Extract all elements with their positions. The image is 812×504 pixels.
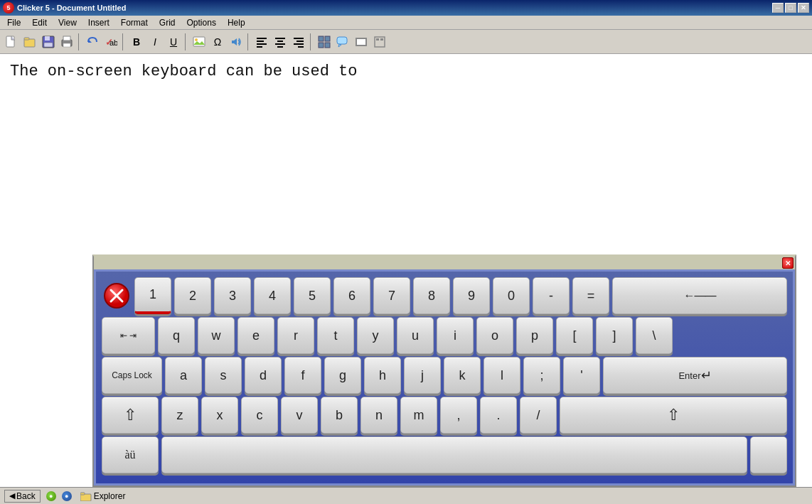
key-h[interactable]: h xyxy=(364,357,401,394)
menu-view[interactable]: View xyxy=(53,16,82,29)
key-a[interactable]: a xyxy=(165,357,202,394)
explorer-item[interactable]: Explorer xyxy=(80,491,126,501)
key-0[interactable]: 0 xyxy=(493,277,530,314)
keyboard-panel: ✕ 1 2 3 4 5 6 7 8 9 0 - = ←—— xyxy=(92,254,796,487)
key-m[interactable]: m xyxy=(400,397,437,434)
key-i[interactable]: i xyxy=(437,317,474,354)
open-button[interactable] xyxy=(21,33,38,50)
symbol-button[interactable]: Ω xyxy=(209,33,226,50)
menu-file[interactable]: File xyxy=(1,16,26,29)
key-s[interactable]: s xyxy=(205,357,242,394)
key-q[interactable]: q xyxy=(158,317,195,354)
svg-rect-12 xyxy=(193,37,205,46)
key-e[interactable]: e xyxy=(237,317,274,354)
key-equals[interactable]: = xyxy=(572,277,609,314)
keyboard-row-qwerty: ⇤ ⇥ q w e r t y u i o p [ ] \ xyxy=(102,317,787,354)
bold-button[interactable]: B xyxy=(128,33,145,50)
key-2[interactable]: 2 xyxy=(174,277,211,314)
key-shift-left[interactable]: ⇧ xyxy=(102,397,159,434)
key-v[interactable]: v xyxy=(281,397,318,434)
italic-button[interactable]: I xyxy=(146,33,164,50)
key-w[interactable]: w xyxy=(198,317,235,354)
key-4[interactable]: 4 xyxy=(254,277,291,314)
key-j[interactable]: j xyxy=(404,357,441,394)
align-right-button[interactable] xyxy=(290,33,307,50)
align-center-button[interactable] xyxy=(272,33,289,50)
key-l[interactable]: l xyxy=(484,357,520,394)
key-8[interactable]: 8 xyxy=(413,277,450,314)
nav-button-2[interactable]: ● xyxy=(62,491,72,501)
undo-button[interactable] xyxy=(84,33,101,50)
key-p[interactable]: p xyxy=(516,317,553,354)
keyboard-body: 1 2 3 4 5 6 7 8 9 0 - = ←—— ⇤ ⇥ q w e r … xyxy=(94,269,795,486)
key-5[interactable]: 5 xyxy=(294,277,331,314)
key-f[interactable]: f xyxy=(284,357,321,394)
key-fwdslash[interactable]: / xyxy=(520,397,557,434)
key-period[interactable]: . xyxy=(480,397,517,434)
picture-button[interactable] xyxy=(191,33,208,50)
svg-rect-30 xyxy=(337,37,347,44)
print-button[interactable] xyxy=(58,33,75,50)
svg-rect-34 xyxy=(376,38,379,41)
underline-button[interactable]: U xyxy=(165,33,182,50)
nav-button-1[interactable]: ● xyxy=(46,491,56,501)
key-c[interactable]: c xyxy=(241,397,278,434)
key-9[interactable]: 9 xyxy=(453,277,490,314)
key-o[interactable]: o xyxy=(476,317,513,354)
menu-help[interactable]: Help xyxy=(222,16,251,29)
box-button[interactable] xyxy=(353,33,370,50)
save-button[interactable] xyxy=(40,33,57,50)
key-accent[interactable]: àü xyxy=(102,436,159,473)
key-r[interactable]: r xyxy=(277,317,314,354)
key-semicolon[interactable]: ; xyxy=(523,357,560,394)
key-quote[interactable]: ' xyxy=(563,357,600,394)
key-minus[interactable]: - xyxy=(533,277,570,314)
key-7[interactable]: 7 xyxy=(373,277,410,314)
menu-grid[interactable]: Grid xyxy=(154,16,181,29)
key-x[interactable]: x xyxy=(201,397,238,434)
key-backspace[interactable]: ←—— xyxy=(612,277,787,314)
menu-options[interactable]: Options xyxy=(181,16,222,29)
menu-insert[interactable]: Insert xyxy=(82,16,115,29)
key-tab[interactable]: ⇤ ⇥ xyxy=(102,317,155,354)
maximize-button[interactable]: □ xyxy=(785,3,796,13)
writing-grid-button[interactable] xyxy=(316,33,333,50)
close-button[interactable]: ✕ xyxy=(798,3,809,13)
key-u[interactable]: u xyxy=(397,317,434,354)
key-lbracket[interactable]: [ xyxy=(556,317,593,354)
key-shift-right[interactable]: ⇧ xyxy=(560,397,787,434)
key-k[interactable]: k xyxy=(444,357,481,394)
new-button[interactable] xyxy=(3,33,20,50)
menu-format[interactable]: Format xyxy=(115,16,154,29)
spell-check-button[interactable]: ✓ab xyxy=(102,33,119,50)
back-button[interactable]: ◀ Back xyxy=(4,490,41,503)
svg-rect-0 xyxy=(6,36,14,47)
keyboard-close-button[interactable]: ✕ xyxy=(782,257,794,269)
key-n[interactable]: n xyxy=(360,397,397,434)
key-d[interactable]: d xyxy=(245,357,282,394)
speech-button[interactable] xyxy=(228,33,245,50)
key-backslash[interactable]: \ xyxy=(636,317,673,354)
key-1[interactable]: 1 xyxy=(134,277,171,314)
keyboard-title-bar: ✕ xyxy=(94,257,795,269)
talk-balloon-button[interactable] xyxy=(334,33,351,50)
key-rhs[interactable] xyxy=(750,436,787,473)
menu-edit[interactable]: Edit xyxy=(26,16,53,29)
key-comma[interactable]: , xyxy=(440,397,477,434)
key-t[interactable]: t xyxy=(317,317,354,354)
svg-rect-7 xyxy=(63,36,70,41)
minimize-button[interactable]: ─ xyxy=(772,3,784,13)
align-left-button[interactable] xyxy=(253,33,270,50)
key-capslock[interactable]: Caps Lock xyxy=(102,357,162,394)
key-z[interactable]: z xyxy=(161,397,198,434)
key-space[interactable] xyxy=(161,436,747,473)
key-3[interactable]: 3 xyxy=(214,277,251,314)
key-enter[interactable]: Enter↵ xyxy=(603,357,787,394)
key-rbracket[interactable]: ] xyxy=(596,317,633,354)
fullscreen-button[interactable] xyxy=(371,33,388,50)
key-6[interactable]: 6 xyxy=(333,277,370,314)
key-b[interactable]: b xyxy=(321,397,358,434)
key-g[interactable]: g xyxy=(324,357,361,394)
key-close-x[interactable] xyxy=(102,277,132,314)
key-y[interactable]: y xyxy=(357,317,394,354)
